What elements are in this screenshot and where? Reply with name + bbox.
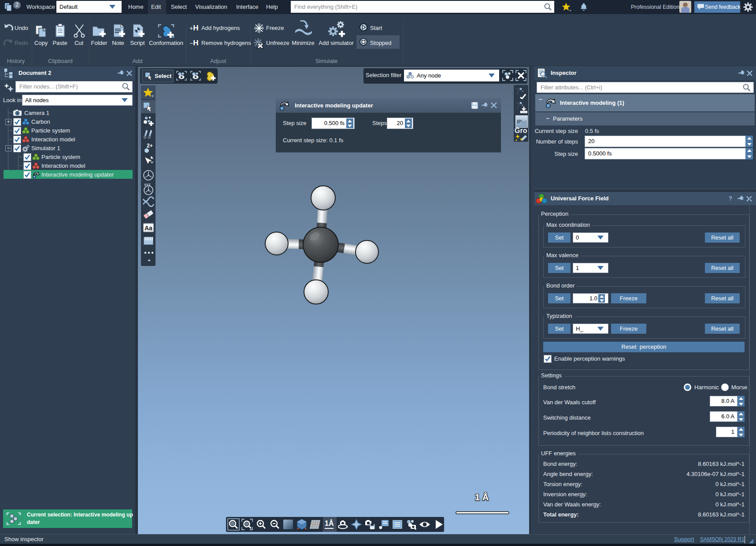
svg-text:2+: 2+ [147, 143, 153, 149]
svg-text:Aa: Aa [145, 225, 152, 232]
